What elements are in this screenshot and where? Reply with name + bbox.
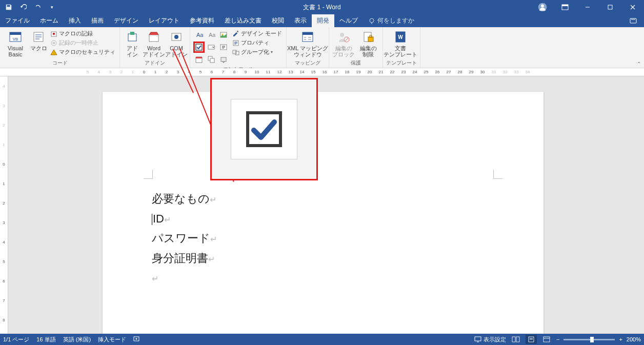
svg-rect-38 xyxy=(233,50,236,54)
svg-line-44 xyxy=(345,37,349,42)
svg-point-23 xyxy=(174,35,178,39)
tab-draw[interactable]: 描画 xyxy=(86,14,109,27)
zoom-slider[interactable] xyxy=(564,339,615,340)
horizontal-ruler[interactable]: 5432101234567891011121314151617181920212… xyxy=(0,68,644,76)
redo-button[interactable] xyxy=(32,2,43,13)
repeating-control[interactable] xyxy=(206,54,217,65)
addin-icon xyxy=(125,30,139,44)
document-area: 4321012345678 必要なもの↵ ID↵ パスワード↵ 身分証明書↵ ↵ xyxy=(0,76,644,334)
pause-recording-button: 記録の一時停止 xyxy=(49,38,116,47)
design-mode-button[interactable]: デザイン モード xyxy=(231,29,283,38)
close-button[interactable] xyxy=(621,0,644,14)
addins-button[interactable]: アド イン xyxy=(123,28,142,57)
text-line[interactable]: 身分証明書↵ xyxy=(152,249,217,269)
language-status[interactable]: 英語 (米国) xyxy=(63,336,91,343)
properties-icon xyxy=(232,39,239,47)
svg-rect-57 xyxy=(516,337,519,342)
combobox-control[interactable] xyxy=(206,42,217,53)
document-template-button[interactable]: W文書 テンプレート xyxy=(386,28,415,57)
macros-label: マクロ xyxy=(30,45,47,51)
tab-references[interactable]: 参考資料 xyxy=(185,14,219,27)
dropdown-control[interactable] xyxy=(218,42,229,53)
record-macro-button[interactable]: マクロの記録 xyxy=(49,29,116,38)
svg-rect-35 xyxy=(221,57,226,62)
vertical-ruler[interactable]: 4321012345678 xyxy=(0,76,8,334)
tab-review[interactable]: 校閲 xyxy=(267,14,289,27)
callout-annotation xyxy=(210,78,318,180)
tab-home[interactable]: ホーム xyxy=(35,14,64,27)
zoom-in-button[interactable]: + xyxy=(619,336,622,342)
zoom-level[interactable]: 200% xyxy=(627,336,641,342)
com-icon xyxy=(169,30,184,44)
group-mapping-label: マッピング xyxy=(290,59,326,68)
word-addins-button[interactable]: Word アドイン xyxy=(144,28,164,57)
text-cursor xyxy=(152,214,152,225)
tab-help[interactable]: ヘルプ xyxy=(334,14,363,27)
macros-button[interactable]: マクロ xyxy=(30,28,47,51)
save-button[interactable] xyxy=(3,2,14,13)
tab-layout[interactable]: レイアウト xyxy=(144,14,185,27)
tab-file[interactable]: ファイル xyxy=(0,14,35,27)
read-mode-button[interactable] xyxy=(510,335,521,344)
web-layout-button[interactable] xyxy=(541,335,552,344)
zoom-thumb[interactable] xyxy=(590,337,594,342)
tab-mailings[interactable]: 差し込み文書 xyxy=(219,14,267,27)
svg-rect-61 xyxy=(544,337,550,342)
group-code: VB Visual Basic マクロ マクロの記録 記録の一時停止 !マクロの… xyxy=(0,27,120,68)
print-layout-button[interactable] xyxy=(526,335,537,344)
com-addins-button[interactable]: COM アドイン xyxy=(166,28,187,57)
picture-control[interactable] xyxy=(218,29,229,40)
display-icon xyxy=(474,336,481,342)
svg-point-6 xyxy=(370,18,374,23)
text-line[interactable]: パスワード↵ xyxy=(152,229,217,249)
xml-mapping-button[interactable]: XML マッピング ウィンドウ xyxy=(290,28,326,57)
pause-icon xyxy=(50,39,57,47)
svg-rect-56 xyxy=(512,337,515,342)
text-line[interactable]: ID↵ xyxy=(152,209,217,229)
zoom-out-button[interactable]: − xyxy=(556,336,559,342)
plain-text-control[interactable]: Aa xyxy=(206,29,217,40)
restrict-editing-button[interactable]: 編集の 制限 xyxy=(357,28,379,57)
block-icon xyxy=(336,30,351,44)
checkbox-control[interactable] xyxy=(193,42,205,53)
tab-insert[interactable]: 挿入 xyxy=(64,14,86,27)
svg-rect-36 xyxy=(237,31,238,32)
svg-rect-39 xyxy=(235,51,239,55)
svg-text:VB: VB xyxy=(13,37,18,42)
checkbox-icon xyxy=(244,109,285,150)
properties-button[interactable]: プロパティ xyxy=(231,38,283,47)
rich-text-control[interactable]: Aa xyxy=(193,29,205,40)
group-mapping: XML マッピング ウィンドウ マッピング xyxy=(287,27,329,68)
legacy-tools[interactable] xyxy=(218,54,229,65)
macro-security-button[interactable]: !マクロのセキュリティ xyxy=(49,48,116,56)
visual-basic-button[interactable]: VB Visual Basic xyxy=(3,28,28,57)
collapse-ribbon[interactable]: ⌃ xyxy=(637,61,641,67)
document-content[interactable]: 必要なもの↵ ID↵ パスワード↵ 身分証明書↵ ↵ xyxy=(152,189,217,288)
page[interactable]: 必要なもの↵ ID↵ パスワード↵ 身分証明書↵ ↵ xyxy=(103,92,544,334)
display-settings[interactable]: 表示設定 xyxy=(474,336,506,343)
tab-view[interactable]: 表示 xyxy=(289,14,312,27)
macro-recorder-status[interactable] xyxy=(133,336,139,343)
svg-rect-16 xyxy=(53,42,54,44)
ribbon-display-button[interactable] xyxy=(554,0,576,14)
maximize-button[interactable] xyxy=(599,0,621,14)
undo-button[interactable] xyxy=(17,2,29,13)
tab-design[interactable]: デザイン xyxy=(109,14,144,27)
callout-inner xyxy=(231,99,297,159)
title-bar: ▾ 文書 1 - Word xyxy=(0,0,644,14)
group-button[interactable]: グループ化▾ xyxy=(231,48,283,56)
minimize-button[interactable] xyxy=(576,0,599,14)
insert-mode[interactable]: 挿入モード xyxy=(98,336,126,343)
svg-point-14 xyxy=(53,33,55,35)
tell-me[interactable]: 何をしますか xyxy=(363,14,419,27)
share-button[interactable] xyxy=(623,14,644,27)
text-line[interactable]: ↵ xyxy=(152,268,217,288)
tab-developer[interactable]: 開発 xyxy=(312,14,334,27)
text-line[interactable]: 必要なもの↵ xyxy=(152,189,217,209)
qat-customize[interactable]: ▾ xyxy=(46,2,57,13)
paragraph-mark-icon: ↵ xyxy=(210,235,217,243)
date-picker-control[interactable] xyxy=(193,54,205,65)
page-count[interactable]: 1/1 ページ xyxy=(3,336,29,343)
word-count[interactable]: 16 単語 xyxy=(36,336,55,343)
account-button[interactable] xyxy=(531,0,554,14)
